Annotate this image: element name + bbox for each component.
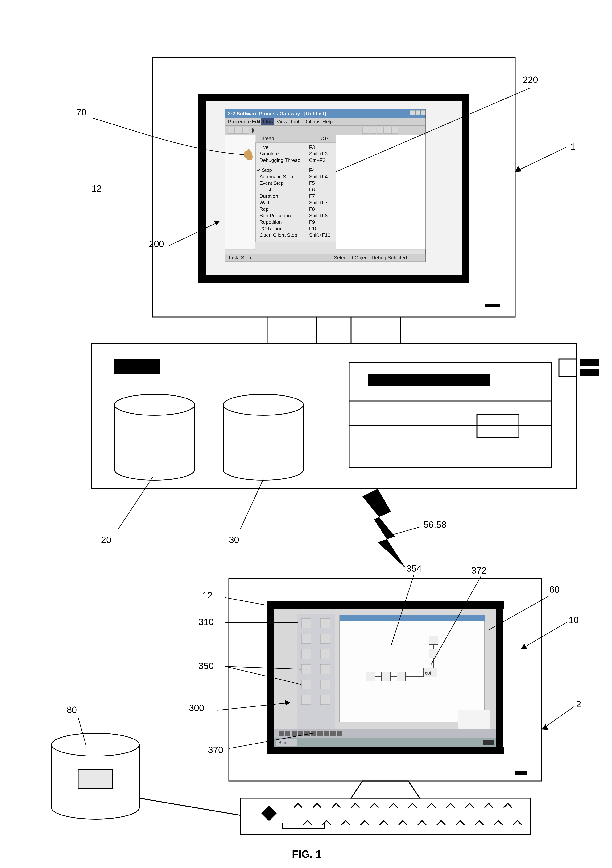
toolbar-btn-r4[interactable]	[384, 127, 391, 133]
svg-line-104	[139, 798, 240, 815]
svg-text:F6: F6	[309, 187, 315, 192]
svg-rect-85	[278, 731, 284, 736]
svg-line-117	[78, 718, 86, 745]
callout-1: 1	[570, 141, 576, 152]
svg-text:F5: F5	[309, 180, 315, 186]
toolbar-btn-r2[interactable]	[370, 127, 376, 133]
menu-tool[interactable]: Tool	[290, 119, 299, 124]
toolbar-btn-2[interactable]	[235, 127, 242, 133]
svg-rect-87	[292, 731, 297, 736]
menu-item-event[interactable]: Event Step	[260, 180, 284, 186]
svg-rect-57	[267, 601, 504, 609]
menu-help[interactable]: Help	[322, 119, 332, 124]
svg-rect-97	[515, 771, 527, 775]
svg-line-107	[240, 479, 263, 529]
callout-70: 70	[76, 107, 87, 118]
callout-80: 80	[67, 705, 77, 715]
svg-rect-68	[320, 649, 330, 659]
callout-10: 10	[569, 615, 579, 625]
desktop-icon-350a[interactable]	[301, 665, 311, 674]
svg-rect-47	[559, 359, 576, 376]
menu-item-simulate[interactable]: Simulate	[260, 151, 279, 157]
menu-item-repetition[interactable]: Repetition	[260, 219, 282, 225]
callout-12b: 12	[202, 590, 212, 600]
svg-rect-1	[198, 93, 469, 101]
svg-rect-43	[368, 374, 490, 386]
svg-rect-73	[382, 672, 390, 681]
svg-point-50	[114, 394, 195, 415]
menu-item-po[interactable]: PO Report	[260, 226, 283, 231]
toolbar-btn-r5[interactable]	[391, 127, 398, 133]
open-menu-header-sc: CTC	[320, 136, 331, 141]
menu-item-wait[interactable]: Wait	[260, 200, 269, 205]
svg-text:F8: F8	[309, 206, 315, 212]
svg-point-53	[223, 394, 303, 415]
menu-item-duration[interactable]: Duration	[260, 193, 278, 199]
callout-12a: 12	[91, 183, 102, 194]
svg-rect-63	[301, 618, 311, 628]
callout-60: 60	[549, 584, 559, 595]
callout-20: 20	[101, 535, 111, 545]
svg-rect-4	[198, 275, 469, 282]
menu-item-sub[interactable]: Sub Procedure	[260, 213, 292, 219]
menu-flow[interactable]: Flow	[263, 119, 274, 124]
desktop-icons	[297, 614, 335, 733]
callout-354: 354	[406, 563, 422, 574]
menu-item-finish[interactable]: Finish	[260, 187, 273, 192]
callout-372: 372	[471, 565, 487, 576]
lightning-icon	[362, 489, 406, 569]
menu-item-stop[interactable]: Stop	[262, 167, 272, 173]
svg-rect-2	[198, 93, 206, 282]
svg-rect-91	[317, 731, 323, 736]
app-window[interactable]	[340, 615, 485, 722]
upper-window-title: 2:2 Software Process Gateway - [Untitled…	[228, 111, 326, 116]
close-icon[interactable]	[421, 110, 425, 115]
toolbar-btn-3[interactable]	[243, 127, 249, 133]
menu-options[interactable]: Options	[303, 119, 320, 124]
svg-rect-89	[304, 731, 310, 736]
svg-rect-48	[580, 359, 599, 366]
svg-rect-59	[496, 601, 503, 754]
svg-rect-72	[366, 672, 375, 681]
desktop-icon-350d[interactable]	[320, 680, 330, 689]
callout-370: 370	[208, 745, 223, 755]
menu-item-live[interactable]: Live	[260, 144, 269, 150]
toolbar-btn-r3[interactable]	[377, 127, 383, 133]
desktop-icon-350c[interactable]	[301, 680, 311, 689]
menu-procedure[interactable]: Procedure	[228, 119, 251, 124]
svg-rect-103	[78, 769, 113, 789]
svg-rect-3	[462, 93, 469, 282]
menu-item-rep[interactable]: Rep	[260, 206, 269, 212]
minimize-icon[interactable]	[410, 110, 415, 115]
svg-text:Ctrl+F3: Ctrl+F3	[309, 157, 326, 163]
svg-rect-71	[340, 615, 485, 621]
open-menu-header: Thread	[258, 136, 274, 141]
svg-text:Shift+F8: Shift+F8	[309, 213, 328, 219]
svg-rect-74	[397, 672, 406, 681]
svg-rect-67	[301, 649, 311, 659]
menu-edit[interactable]: Edit	[252, 119, 261, 124]
svg-rect-86	[285, 731, 291, 736]
menu-item-auto[interactable]: Automatic Step	[260, 174, 293, 180]
taskbar[interactable]	[274, 738, 496, 747]
svg-text:Shift+F7: Shift+F7	[309, 200, 328, 205]
svg-text:Shift+F4: Shift+F4	[309, 174, 328, 180]
desktop-icon-350b[interactable]	[320, 665, 330, 674]
maximize-icon[interactable]	[416, 110, 420, 115]
svg-rect-80	[429, 649, 438, 658]
callout-300: 300	[189, 703, 204, 713]
menu-item-open-client[interactable]: Open Client Stop	[260, 232, 297, 238]
toolbar-btn-r1[interactable]	[362, 127, 369, 133]
svg-rect-64	[320, 618, 330, 628]
svg-rect-65	[301, 634, 311, 643]
menu-view[interactable]: View	[277, 119, 287, 124]
svg-rect-40	[91, 344, 576, 489]
svg-line-106	[118, 477, 153, 529]
svg-rect-93	[331, 731, 336, 736]
svg-text:F10: F10	[309, 226, 318, 231]
svg-text:F3: F3	[309, 144, 315, 150]
toolbar-btn-1[interactable]	[228, 127, 235, 133]
menu-item-debug[interactable]: Debugging Thread	[260, 157, 300, 163]
callout-30: 30	[229, 535, 239, 545]
svg-rect-70	[320, 695, 330, 705]
